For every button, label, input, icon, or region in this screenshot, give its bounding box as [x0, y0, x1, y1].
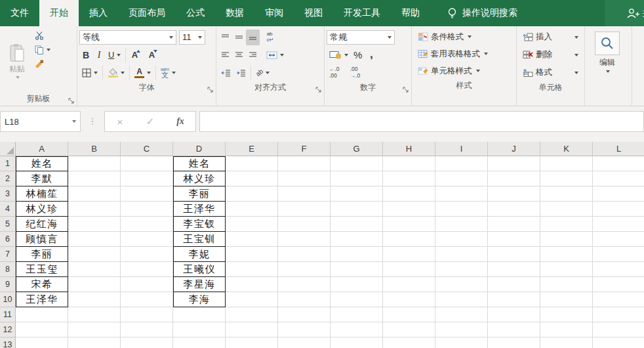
number-dialog-launcher-icon[interactable]	[403, 87, 409, 93]
cell-E4[interactable]	[226, 202, 278, 217]
column-header-C[interactable]: C	[121, 142, 173, 156]
cell-L12[interactable]	[593, 322, 644, 337]
cell-G9[interactable]	[331, 277, 383, 292]
cell-A3[interactable]: 林楠笙	[16, 186, 68, 202]
column-header-K[interactable]: K	[540, 142, 593, 156]
cell-D13[interactable]	[173, 337, 226, 348]
cell-H12[interactable]	[383, 322, 435, 337]
enter-button[interactable]: ✓	[139, 116, 161, 127]
cell-B12[interactable]	[68, 322, 121, 337]
cell-H8[interactable]	[383, 262, 435, 277]
cell-J11[interactable]	[488, 307, 540, 322]
cell-K1[interactable]	[540, 156, 593, 171]
decrease-font-size-button[interactable]: A	[145, 47, 158, 63]
cell-K4[interactable]	[540, 202, 593, 217]
increase-indent-button[interactable]	[233, 65, 249, 81]
insert-cells-button[interactable]: 插入	[521, 28, 582, 46]
row-header-9[interactable]: 9	[0, 277, 16, 292]
row-header-11[interactable]: 11	[0, 307, 16, 322]
cell-E3[interactable]	[226, 186, 278, 202]
cell-J2[interactable]	[488, 171, 540, 186]
cell-G13[interactable]	[331, 337, 383, 348]
cell-K3[interactable]	[540, 186, 593, 202]
accounting-dropdown-icon[interactable]	[344, 54, 348, 56]
font-color-dropdown-icon[interactable]	[147, 72, 151, 74]
cell-H9[interactable]	[383, 277, 435, 292]
cell-J13[interactable]	[488, 337, 540, 348]
row-header-10[interactable]: 10	[0, 292, 16, 307]
column-header-B[interactable]: B	[68, 142, 121, 156]
paste-dropdown-icon[interactable]	[16, 76, 20, 79]
increase-decimal-button[interactable]: ←.0.00	[327, 65, 342, 81]
cell-K8[interactable]	[540, 262, 593, 277]
row-header-6[interactable]: 6	[0, 232, 16, 247]
cell-D12[interactable]	[173, 322, 226, 337]
row-header-13[interactable]: 13	[0, 337, 16, 348]
clipboard-dialog-launcher-icon[interactable]	[68, 98, 74, 104]
cell-H10[interactable]	[383, 292, 435, 307]
cancel-button[interactable]: ×	[109, 116, 131, 127]
column-header-J[interactable]: J	[488, 142, 540, 156]
cell-I2[interactable]	[435, 171, 488, 186]
cut-button[interactable]	[32, 28, 53, 43]
column-header-F[interactable]: F	[278, 142, 331, 156]
cell-B8[interactable]	[68, 262, 121, 277]
cell-D11[interactable]	[173, 307, 226, 322]
cell-D5[interactable]: 李宝钗	[173, 217, 226, 232]
row-header-5[interactable]: 5	[0, 217, 16, 232]
cell-C8[interactable]	[121, 262, 173, 277]
cell-K5[interactable]	[540, 217, 593, 232]
cell-A6[interactable]: 顾慎言	[16, 232, 68, 247]
alignment-dialog-launcher-icon[interactable]	[315, 87, 321, 93]
cell-K2[interactable]	[540, 171, 593, 186]
cell-L8[interactable]	[593, 262, 644, 277]
tab-开始[interactable]: 开始	[39, 0, 79, 26]
cell-A7[interactable]: 李丽	[16, 247, 68, 262]
editing-dropdown-icon[interactable]	[606, 70, 610, 73]
cell-C11[interactable]	[121, 307, 173, 322]
cell-I4[interactable]	[435, 202, 488, 217]
cell-D8[interactable]: 王曦仪	[173, 262, 226, 277]
insert-dropdown-icon[interactable]	[574, 36, 578, 39]
cell-I7[interactable]	[435, 247, 488, 262]
column-header-A[interactable]: A	[16, 142, 68, 156]
cell-B9[interactable]	[68, 277, 121, 292]
tab-公式[interactable]: 公式	[176, 0, 215, 26]
cell-B5[interactable]	[68, 217, 121, 232]
cell-E12[interactable]	[226, 322, 278, 337]
tab-数据[interactable]: 数据	[215, 0, 254, 26]
cell-D3[interactable]: 李丽	[173, 186, 226, 202]
cell-A12[interactable]	[16, 322, 68, 337]
font-size-dropdown-icon[interactable]	[198, 36, 202, 39]
comma-style-button[interactable]: ,	[365, 47, 378, 63]
row-header-2[interactable]: 2	[0, 171, 16, 186]
cell-A4[interactable]: 林义珍	[16, 202, 68, 217]
tab-开发工具[interactable]: 开发工具	[333, 0, 391, 26]
cell-I13[interactable]	[435, 337, 488, 348]
format-cells-button[interactable]: 格式	[521, 64, 582, 81]
column-header-I[interactable]: I	[435, 142, 488, 156]
cell-I1[interactable]	[435, 156, 488, 171]
cell-E1[interactable]	[226, 156, 278, 171]
cell-E13[interactable]	[226, 337, 278, 348]
cell-H1[interactable]	[383, 156, 435, 171]
cell-G6[interactable]	[331, 232, 383, 247]
orientation-button[interactable]: ab	[253, 65, 272, 81]
cell-F3[interactable]	[278, 186, 331, 202]
accounting-format-button[interactable]	[327, 47, 351, 63]
borders-dropdown-icon[interactable]	[94, 72, 98, 74]
cell-K10[interactable]	[540, 292, 593, 307]
cell-E2[interactable]	[226, 171, 278, 186]
row-header-8[interactable]: 8	[0, 262, 16, 277]
cell-D9[interactable]: 李星海	[173, 277, 226, 292]
column-header-G[interactable]: G	[331, 142, 383, 156]
cell-F13[interactable]	[278, 337, 331, 348]
share-button[interactable]: 共享	[626, 0, 644, 26]
cell-H3[interactable]	[383, 186, 435, 202]
cell-G11[interactable]	[331, 307, 383, 322]
tab-帮助[interactable]: 帮助	[391, 0, 430, 26]
format-painter-button[interactable]	[32, 57, 53, 72]
cell-J9[interactable]	[488, 277, 540, 292]
cell-H13[interactable]	[383, 337, 435, 348]
top-align-button[interactable]	[218, 30, 232, 45]
